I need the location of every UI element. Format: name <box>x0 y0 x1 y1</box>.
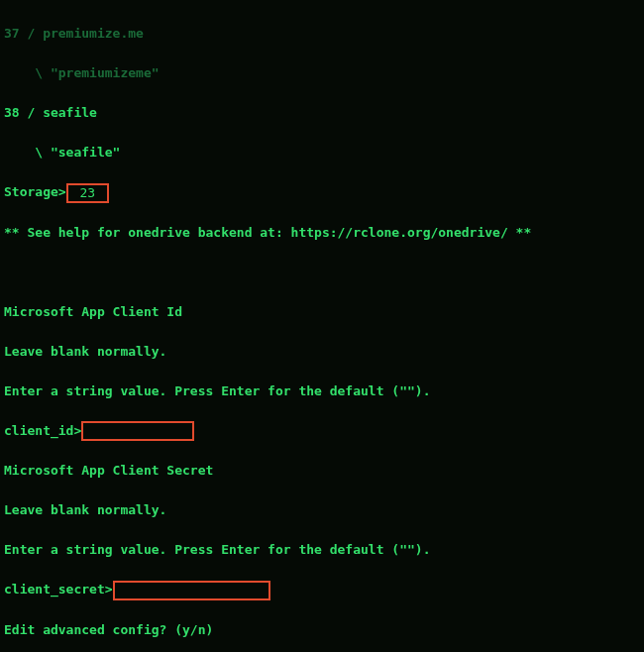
option-value: \ "premiumizeme" <box>4 63 640 83</box>
option-line: 37 / premiumize.me <box>4 24 640 44</box>
field-hint: Leave blank normally. <box>4 342 640 362</box>
storage-input[interactable]: 23 <box>66 183 109 203</box>
terminal-output: 37 / premiumize.me \ "premiumizeme" 38 /… <box>0 0 644 652</box>
prompt-storage: Storage> 23 <box>4 182 640 203</box>
config-question: Edit advanced config? (y/n) <box>4 620 640 640</box>
client-secret-input[interactable] <box>113 581 270 600</box>
field-heading: Microsoft App Client Id <box>4 302 640 322</box>
option-value: \ "seafile" <box>4 143 640 163</box>
prompt-client-secret: client_secret> <box>4 580 640 600</box>
client-id-prompt-label: client_id> <box>4 423 81 438</box>
client-secret-prompt-label: client_secret> <box>4 582 113 597</box>
field-heading: Microsoft App Client Secret <box>4 461 640 481</box>
field-hint: Leave blank normally. <box>4 500 640 520</box>
field-hint: Enter a string value. Press Enter for th… <box>4 381 640 401</box>
blank-line <box>4 263 640 282</box>
field-hint: Enter a string value. Press Enter for th… <box>4 540 640 560</box>
option-line: 38 / seafile <box>4 103 640 123</box>
storage-prompt-label: Storage> <box>4 184 66 199</box>
help-line: ** See help for onedrive backend at: htt… <box>4 223 640 243</box>
prompt-client-id: client_id> <box>4 421 640 442</box>
client-id-input[interactable] <box>81 421 194 441</box>
